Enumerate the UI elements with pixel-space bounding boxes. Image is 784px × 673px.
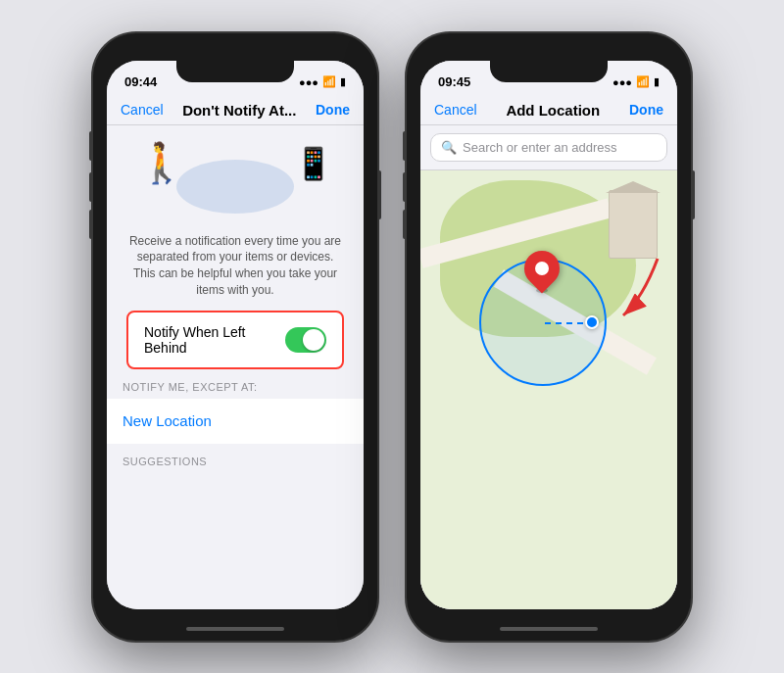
toggle-knob bbox=[303, 329, 324, 351]
wifi-icon-2: 📶 bbox=[636, 75, 650, 88]
screen2-content: Legal Small Medium Large bbox=[420, 170, 677, 609]
screen-2: 09:45 ●●● 📶 ▮ Cancel Add Location Done 🔍… bbox=[420, 61, 677, 609]
notch-2 bbox=[490, 61, 608, 82]
new-location-link[interactable]: New Location bbox=[122, 412, 212, 429]
map-building bbox=[609, 190, 658, 259]
status-icons-2: ●●● 📶 ▮ bbox=[612, 75, 660, 88]
suggestions-header: SUGGESTIONS bbox=[107, 444, 364, 473]
map-area[interactable]: Legal bbox=[420, 170, 677, 609]
nav-bar-2: Cancel Add Location Done bbox=[420, 96, 677, 125]
search-icon: 🔍 bbox=[441, 140, 457, 155]
nav-title-1: Don't Notify At... bbox=[182, 102, 296, 119]
ellipse-bg bbox=[176, 160, 294, 214]
notify-toggle[interactable] bbox=[285, 327, 326, 353]
wifi-icon-1: 📶 bbox=[322, 75, 336, 88]
done-button-2[interactable]: Done bbox=[629, 102, 663, 118]
nav-title-2: Add Location bbox=[506, 102, 600, 119]
nav-bar-1: Cancel Don't Notify At... Done bbox=[107, 96, 364, 125]
illustration-area: 📱 🚶 bbox=[216, 125, 255, 233]
screen1-content: 📱 🚶 Receive a notification every time yo… bbox=[107, 125, 364, 609]
phone-2: 09:45 ●●● 📶 ▮ Cancel Add Location Done 🔍… bbox=[407, 33, 691, 641]
pin-inner bbox=[535, 262, 549, 275]
search-placeholder: Search or enter an address bbox=[463, 140, 617, 155]
radius-handle[interactable] bbox=[585, 315, 599, 329]
notify-toggle-row: Notify When Left Behind bbox=[126, 311, 344, 369]
screen-1: 09:44 ●●● 📶 ▮ Cancel Don't Notify At... … bbox=[107, 61, 364, 609]
device-icon: 📱 bbox=[294, 145, 333, 182]
description-text: Receive a notification every time you ar… bbox=[107, 233, 364, 311]
map-pin bbox=[524, 251, 560, 293]
search-bar[interactable]: 🔍 Search or enter an address bbox=[430, 133, 667, 162]
new-location-row[interactable]: New Location bbox=[107, 399, 364, 444]
battery-icon-1: ▮ bbox=[340, 75, 346, 88]
time-2: 09:45 bbox=[438, 74, 470, 89]
pin-body bbox=[517, 243, 567, 293]
notify-section-header: NOTIFY ME, EXCEPT AT: bbox=[107, 369, 364, 399]
search-bar-area: 🔍 Search or enter an address bbox=[420, 125, 677, 170]
toggle-label: Notify When Left Behind bbox=[144, 324, 285, 356]
person-icon: 🚶 bbox=[137, 140, 186, 186]
time-1: 09:44 bbox=[124, 74, 157, 89]
home-bar-2 bbox=[500, 627, 598, 631]
cancel-button-1[interactable]: Cancel bbox=[121, 102, 164, 118]
battery-icon-2: ▮ bbox=[654, 75, 660, 88]
done-button-1[interactable]: Done bbox=[316, 102, 350, 118]
cancel-button-2[interactable]: Cancel bbox=[434, 102, 477, 118]
signal-icon-2: ●●● bbox=[612, 76, 632, 88]
signal-icon-1: ●●● bbox=[299, 76, 318, 88]
status-icons-1: ●●● 📶 ▮ bbox=[299, 75, 346, 88]
home-bar-1 bbox=[186, 627, 284, 631]
phone-1: 09:44 ●●● 📶 ▮ Cancel Don't Notify At... … bbox=[93, 33, 377, 641]
notch-1 bbox=[176, 61, 294, 82]
